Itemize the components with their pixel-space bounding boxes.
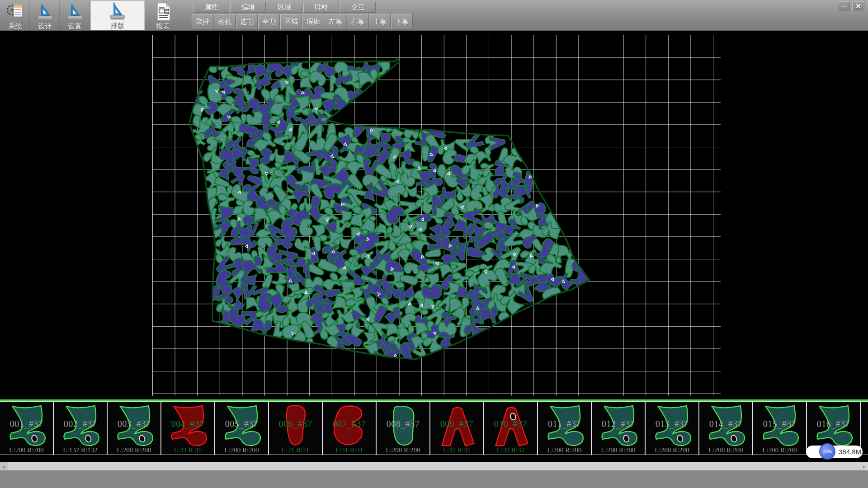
piece-lr-label: L:200 R:200 (592, 446, 645, 454)
piece-id-label: 003_#37 (108, 419, 160, 429)
toolbar-button-label: 报表 (156, 22, 170, 30)
piece-id-label: 012_#37 (592, 419, 645, 429)
progress-percent-badge: 38% (819, 443, 835, 460)
tool-button-10[interactable]: 下靠 (391, 14, 413, 30)
piece-id-label: 014_#37 (699, 419, 752, 429)
tool-button-5[interactable]: 区域 (280, 14, 302, 30)
memory-usage: 384.8M (839, 448, 861, 455)
tool-button-6[interactable]: 瑕疵 (302, 14, 324, 30)
tool-button-3[interactable]: 选割 (236, 14, 258, 30)
tool-button-7[interactable]: 左靠 (325, 14, 346, 30)
close-button[interactable]: ✕ (852, 1, 864, 11)
scroll-left-icon: ‹ (3, 463, 5, 470)
piece-id-label: 005_#37 (215, 419, 268, 429)
piece-thumbnail-001_#37[interactable]: 001_#37L:700 R:700 (0, 402, 54, 455)
toolbar-button-4[interactable]: 排版 (90, 0, 145, 30)
piece-thumbnail-012_#37[interactable]: 012_#37L:200 R:200 (592, 402, 646, 455)
piece-thumbnail-cells: 001_#37L:700 R:700002_#37L:132 R:132003_… (0, 401, 868, 455)
piece-lr-label: L:200 R:200 (377, 446, 429, 454)
piece-lr-label: L:32 R:31 (430, 446, 483, 454)
set-square-icon (108, 1, 127, 21)
menu-tab-2[interactable]: 编辑 (230, 2, 266, 13)
toolbar-button-label: 设置 (68, 22, 82, 30)
toolbar-button-label: 系统 (9, 22, 22, 30)
toolbar-button-1[interactable]: 系统 (1, 0, 30, 30)
scroll-right-icon: › (863, 463, 865, 470)
piece-id-label: 007_#37 (323, 419, 376, 429)
horizontal-scrollbar[interactable]: ‹ › (0, 462, 868, 470)
tool-button-1[interactable]: 聚排 (192, 14, 213, 30)
piece-id-label: 017_#37 (861, 419, 868, 429)
piece-lr-label: L:132 R:132 (54, 446, 107, 454)
minimize-icon: — (840, 3, 847, 10)
piece-id-label: 006_#37 (269, 419, 322, 429)
piece-thumbnail-009_#37[interactable]: 009_#37L:32 R:31 (430, 402, 484, 455)
piece-id-label: 008_#37 (377, 419, 429, 429)
nesting-canvas[interactable] (0, 31, 868, 399)
piece-id-label: 013_#37 (646, 419, 698, 429)
piece-id-label: 016_#37 (807, 419, 860, 429)
window-footer (0, 470, 868, 488)
piece-id-label: 004_#37 (161, 419, 214, 429)
piece-thumbnail-007_#37[interactable]: 007_#37L:31 R:31 (323, 402, 377, 455)
piece-lr-label: L:31 R:31 (323, 446, 376, 454)
piece-thumbnail-strip: 001_#37L:700 R:700002_#37L:132 R:132003_… (0, 399, 868, 456)
nesting-canvas-area[interactable] (0, 31, 868, 399)
menu-bar: 属性编辑区域排料交互 (193, 2, 376, 13)
piece-thumbnail-011_#37[interactable]: 011_#37L:200 R:200 (538, 402, 592, 455)
tool-button-4[interactable]: 全割 (258, 14, 280, 30)
piece-lr-label: L:21 R:21 (269, 446, 322, 454)
piece-id-label: 015_#37 (753, 419, 806, 429)
piece-lr-label: L:200 R:200 (646, 446, 698, 454)
piece-lr-label: L:200 R:200 (753, 446, 806, 454)
progress-percent: 38% (823, 449, 832, 454)
menu-tab-3[interactable]: 区域 (267, 2, 302, 13)
set-square-icon (35, 2, 55, 22)
piece-id-label: 011_#37 (538, 419, 591, 429)
piece-id-label: 002_#37 (54, 419, 107, 429)
piece-thumbnail-002_#37[interactable]: 002_#37L:132 R:132 (54, 402, 108, 455)
piece-thumbnail-013_#37[interactable]: 013_#37L:200 R:200 (646, 402, 699, 455)
toolbar-button-3[interactable]: 设置 (61, 0, 90, 30)
piece-lr-label: L:33 R:33 (484, 446, 537, 454)
status-badge: 38% 384.8M (806, 446, 863, 458)
piece-id-label: 001_#37 (0, 419, 53, 429)
piece-id-label: 010_#37 (484, 419, 537, 429)
piece-id-label: 009_#37 (430, 419, 483, 429)
toolbar-button-label: 排版 (111, 22, 124, 30)
piece-lr-label: L:700 R:700 (0, 446, 53, 454)
piece-thumbnail-017_#37[interactable]: 017_#37L:200 R:200 (861, 402, 868, 455)
tool-button-9[interactable]: 上靠 (369, 14, 391, 30)
minimize-button[interactable]: — (838, 1, 850, 11)
piece-thumbnail-010_#37[interactable]: 010_#37L:33 R:33 (484, 402, 538, 455)
piece-thumbnail-014_#37[interactable]: 014_#37L:200 R:200 (699, 402, 753, 455)
piece-thumbnail-008_#37[interactable]: 008_#37L:200 R:200 (377, 402, 430, 455)
scroll-left-button[interactable]: ‹ (0, 462, 8, 470)
piece-lr-label: L:200 R:200 (108, 446, 160, 454)
piece-thumbnail-006_#37[interactable]: 006_#37L:21 R:21 (269, 402, 323, 455)
tool-button-2[interactable]: 相机 (214, 14, 236, 30)
piece-lr-label: L:31 R:31 (161, 446, 214, 454)
toolbar-button-5[interactable]: 报表 (149, 0, 177, 30)
piece-thumbnail-004_#37[interactable]: 004_#37L:31 R:31 (161, 402, 215, 455)
piece-lr-label: L:200 R:200 (215, 446, 268, 454)
toolbar: 系统设计设置排版报表 属性编辑区域排料交互 聚排相机选割全割区域瑕疵左靠右靠上靠… (0, 0, 868, 31)
toolbar-button-label: 设计 (38, 22, 52, 30)
piece-lr-label: L:200 R:200 (538, 446, 591, 454)
report-doc-icon (153, 2, 173, 22)
piece-thumbnail-015_#37[interactable]: 015_#37L:200 R:200 (753, 402, 807, 455)
tool-bar: 聚排相机选割全割区域瑕疵左靠右靠上靠下靠 (192, 14, 413, 30)
tool-button-8[interactable]: 右靠 (347, 14, 368, 30)
menu-tab-5[interactable]: 交互 (340, 2, 376, 13)
gear-doc-icon (5, 2, 25, 22)
set-square-icon (65, 2, 85, 22)
toolbar-button-2[interactable]: 设计 (31, 0, 60, 30)
piece-thumbnail-005_#37[interactable]: 005_#37L:200 R:200 (215, 402, 269, 455)
piece-lr-label: L:200 R:200 (699, 446, 752, 454)
piece-thumbnail-003_#37[interactable]: 003_#37L:200 R:200 (108, 402, 161, 455)
menu-tab-4[interactable]: 排料 (303, 2, 339, 13)
app-window: 系统设计设置排版报表 属性编辑区域排料交互 聚排相机选割全割区域瑕疵左靠右靠上靠… (0, 0, 868, 488)
close-icon: ✕ (855, 2, 861, 10)
menu-tab-1[interactable]: 属性 (193, 2, 229, 13)
scroll-right-button[interactable]: › (860, 462, 868, 470)
